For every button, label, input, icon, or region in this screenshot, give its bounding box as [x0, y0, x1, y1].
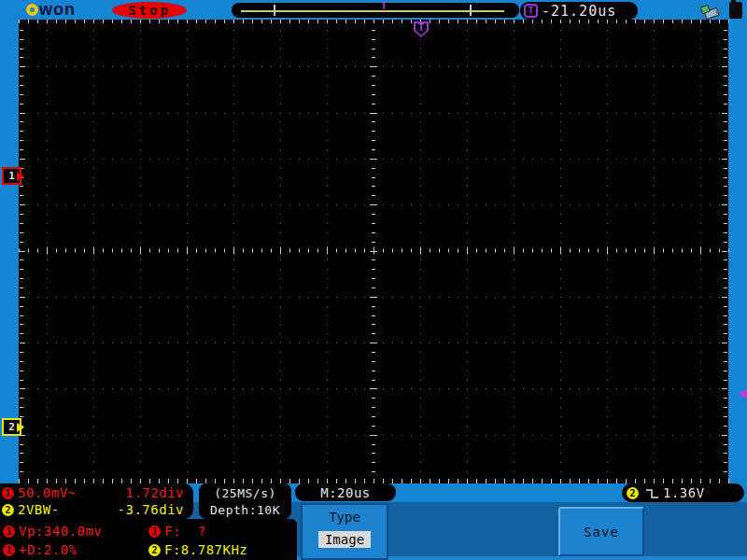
ch2-scale: 2VBW-: [18, 502, 60, 517]
owon-logo-text: won: [39, 1, 76, 19]
waveform-canvas: [0, 0, 747, 560]
ch1-readout: 1 50.0mV~ 1.72div: [0, 485, 193, 501]
timebase-value: M:20us: [320, 485, 371, 500]
trigger-time-readout: T -21.20us: [520, 2, 638, 20]
meas1-value: Vp:340.0mv: [19, 524, 102, 539]
meas2-value: F: ?: [164, 524, 206, 539]
trigger-level-arrow-icon[interactable]: [731, 386, 747, 401]
save-button[interactable]: Save: [558, 507, 644, 556]
usb-icon: [700, 1, 726, 20]
ch2-readout: 2 2VBW- -3.76div: [0, 502, 193, 518]
record-depth: Depth:10K: [210, 503, 280, 517]
ch2-badge: 2: [2, 504, 14, 516]
ch2-position: -3.76div: [118, 502, 193, 517]
hpos-window-left-tick: [274, 5, 275, 16]
meas2-badge: 1: [148, 525, 161, 538]
battery-icon: [729, 2, 742, 19]
hpos-window-right-tick: [470, 5, 472, 16]
trigger-level-value: 1.36V: [663, 485, 705, 500]
channel2-position-marker[interactable]: 2: [2, 418, 21, 436]
menu-selected-option[interactable]: Image: [318, 531, 371, 548]
owon-logo: won: [26, 0, 76, 20]
trigger-source-badge: 2: [627, 487, 639, 499]
run-state-button[interactable]: Stop: [112, 2, 187, 19]
measurements-panel: 1 Vp:340.0mv 1 F: ? 1 +D:2.0% 2 F:8.787K…: [0, 519, 297, 560]
trigger-position-marker-glyph: T: [414, 22, 429, 33]
meas4-badge: 2: [148, 544, 161, 556]
top-bar: won Stop T T -21.20us: [0, 0, 747, 20]
measurement-freq2: 2 F:8.787KHz: [148, 540, 297, 559]
horizontal-position-indicator[interactable]: T: [232, 3, 519, 18]
ch1-position: 1.72div: [125, 485, 193, 500]
hpos-line: [241, 10, 504, 12]
menu-title: Type: [329, 510, 360, 525]
meas3-value: +D:2.0%: [19, 542, 78, 557]
menu-type-image[interactable]: Type Image: [301, 503, 388, 560]
measurement-duty: 1 +D:2.0%: [3, 540, 148, 559]
timebase-readout: M:20us: [295, 483, 396, 501]
measurement-vp: 1 Vp:340.0mv: [3, 522, 148, 540]
channel1-position-marker[interactable]: 1: [2, 167, 21, 185]
meas3-badge: 1: [3, 544, 15, 556]
trigger-level-readout: 2 1.36V: [622, 483, 744, 502]
ch1-scale: 50.0mV~: [18, 485, 77, 500]
measurement-freq1: 1 F: ?: [148, 522, 297, 540]
hpos-trigger-marker: T: [381, 1, 387, 11]
owon-logo-o-icon: [26, 4, 38, 16]
falling-edge-icon: [645, 486, 660, 500]
meas4-value: F:8.787KHz: [164, 542, 247, 557]
sample-rate: (25MS/s): [214, 486, 276, 500]
oscilloscope-screen: won Stop T T -21.20us T 1 2: [0, 0, 747, 560]
trigger-time-value: -21.20us: [542, 3, 616, 20]
acquisition-readout: (25MS/s) Depth:10K: [199, 483, 291, 519]
trigger-t-icon: T: [524, 4, 538, 18]
channel-readouts: 1 50.0mV~ 1.72div 2 2VBW- -3.76div: [0, 483, 193, 519]
ch1-badge: 1: [2, 487, 14, 499]
meas1-badge: 1: [3, 525, 15, 538]
